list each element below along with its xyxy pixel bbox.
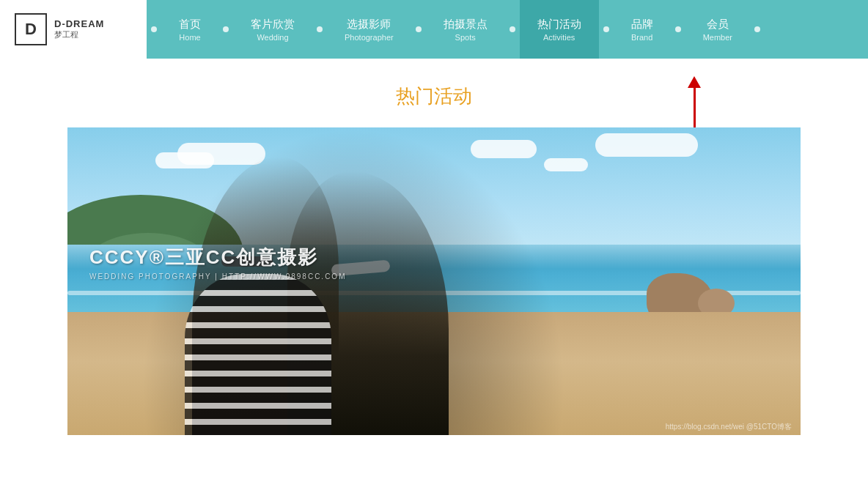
arrow-line <box>694 88 696 128</box>
image-credit: https://blog.csdn.net/wei @51CTO博客 <box>666 422 792 432</box>
nav-dot <box>675 26 681 32</box>
nav-item-wedding-cn: 客片欣赏 <box>251 18 295 31</box>
nav-dot <box>416 26 422 32</box>
nav-dot <box>223 26 229 32</box>
title-area: 热门活动 <box>0 83 868 109</box>
arrow-annotation <box>688 76 701 128</box>
page-title: 热门活动 <box>0 83 868 109</box>
logo-sub: 梦工程 <box>54 29 104 40</box>
nav-item-wedding-en: Wedding <box>257 33 288 42</box>
nav-dot <box>754 26 760 32</box>
nav-item-home-en: Home <box>179 33 200 42</box>
nav-item-member-cn: 会员 <box>707 18 729 31</box>
nav-item-activities-en: Activities <box>543 33 575 42</box>
nav-item-spots-cn: 拍摄景点 <box>444 18 488 31</box>
nav-item-brand[interactable]: 品牌 Brand <box>614 0 671 59</box>
nav-item-brand-cn: 品牌 <box>631 18 653 31</box>
header: D D-DREAM 梦工程 首页 Home 客片欣赏 Wedding 选摄影师 <box>0 0 868 62</box>
main-content: 热门活动 <box>0 62 868 435</box>
logo-icon: D <box>15 13 47 45</box>
nav-item-home[interactable]: 首页 Home <box>161 0 218 59</box>
nav-dot <box>151 26 157 32</box>
watermark-sub: WEDDING PHOTOGRAPHY | HTTP://WWW.0898CC.… <box>89 272 346 281</box>
nav-item-activities[interactable]: 热门活动 Activities <box>520 0 599 59</box>
shirt-stripes <box>185 274 331 435</box>
nav-item-member[interactable]: 会员 Member <box>685 0 750 59</box>
nav-dot <box>510 26 515 32</box>
nav-item-photographer-cn: 选摄影师 <box>347 18 391 31</box>
nav-item-brand-en: Brand <box>631 33 652 42</box>
nav-item-activities-cn: 热门活动 <box>537 18 581 31</box>
watermark-main: CCCY®三亚CC创意摄影 <box>89 245 318 270</box>
logo-text: D-DREAM 梦工程 <box>54 18 104 40</box>
nav-item-photographer[interactable]: 选摄影师 Photographer <box>327 0 411 59</box>
nav-dot <box>603 26 609 32</box>
nav-item-wedding[interactable]: 客片欣赏 Wedding <box>233 0 312 59</box>
nav-item-spots-en: Spots <box>455 33 476 42</box>
hero-image-container: CCCY®三亚CC创意摄影 WEDDING PHOTOGRAPHY | HTTP… <box>67 127 801 435</box>
logo-area: D D-DREAM 梦工程 <box>0 0 147 59</box>
nav-item-spots[interactable]: 拍摄景点 Spots <box>426 0 505 59</box>
cloud <box>595 133 698 157</box>
nav-dot <box>317 26 323 32</box>
main-nav: 首页 Home 客片欣赏 Wedding 选摄影师 Photographer 拍… <box>147 0 868 59</box>
hero-image: CCCY®三亚CC创意摄影 WEDDING PHOTOGRAPHY | HTTP… <box>67 127 801 435</box>
logo-brand: D-DREAM <box>54 18 104 29</box>
nav-item-home-cn: 首页 <box>179 18 201 31</box>
nav-item-member-en: Member <box>703 33 732 42</box>
nav-item-photographer-en: Photographer <box>345 33 394 42</box>
arrow-head-icon <box>688 76 701 88</box>
